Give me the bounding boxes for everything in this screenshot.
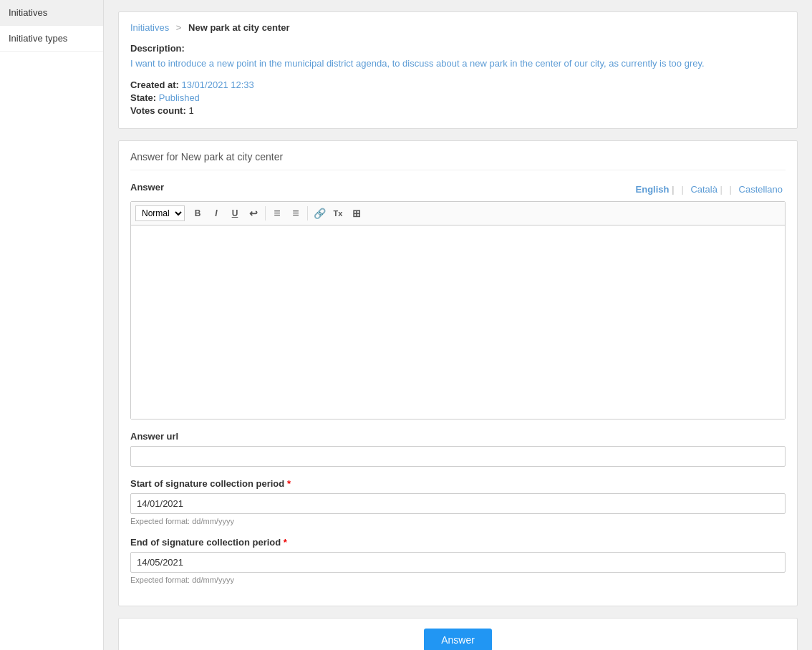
- table-button[interactable]: ⊞: [348, 205, 365, 222]
- answer-url-input[interactable]: [130, 446, 786, 467]
- editor-body[interactable]: [131, 225, 785, 419]
- answer-for-title: Answer for New park at city center: [130, 151, 786, 170]
- start-period-input[interactable]: [130, 493, 786, 514]
- code-button[interactable]: Tx: [329, 205, 347, 222]
- created-at-row: Created at: 13/01/2021 12:33: [130, 79, 786, 90]
- editor-toolbar: Normal B I U ↩ ≡ ≡ 🔗 Tx ⊞: [131, 202, 785, 225]
- start-period-label: Start of signature collection period *: [130, 478, 786, 489]
- description-text: I want to introduce a new point in the m…: [130, 57, 786, 71]
- breadcrumb-parent-link[interactable]: Initiatives: [130, 22, 169, 33]
- lang-tab-castellano[interactable]: Castellano: [736, 184, 786, 195]
- language-tabs: English | Català | Castellano: [633, 184, 786, 195]
- sidebar-item-initiative-types[interactable]: Initiative types: [0, 26, 103, 52]
- votes-count-row: Votes count: 1: [130, 105, 786, 116]
- format-select[interactable]: Normal: [135, 205, 185, 221]
- start-period-required: *: [287, 478, 291, 489]
- ordered-list-button[interactable]: ≡: [287, 205, 304, 222]
- state-value: Published: [159, 92, 200, 103]
- italic-button[interactable]: I: [208, 205, 225, 222]
- toolbar-divider-2: [307, 206, 308, 220]
- toolbar-divider-1: [265, 206, 266, 220]
- sidebar-item-initiatives[interactable]: Initiatives: [0, 0, 103, 26]
- breadcrumb-current: New park at city center: [188, 22, 290, 33]
- description-label: Description:: [130, 43, 786, 54]
- answer-field-group: Answer English | Català | Castellano Nor…: [130, 182, 786, 419]
- lang-tab-catala[interactable]: Català: [687, 184, 728, 195]
- start-period-format: Expected format: dd/mm/yyyy: [130, 517, 786, 525]
- unordered-list-button[interactable]: ≡: [269, 205, 286, 222]
- start-period-group: Start of signature collection period * E…: [130, 478, 786, 525]
- answer-section: Answer for New park at city center Answe…: [118, 140, 798, 606]
- bold-button[interactable]: B: [189, 205, 206, 222]
- breadcrumb-separator: >: [176, 22, 182, 33]
- answer-submit-button[interactable]: Answer: [424, 629, 492, 651]
- insert-link-button[interactable]: 🔗: [311, 205, 328, 222]
- end-period-group: End of signature collection period * Exp…: [130, 537, 786, 584]
- breadcrumb: Initiatives > New park at city center: [130, 22, 786, 33]
- answer-url-label: Answer url: [130, 431, 786, 442]
- end-period-label: End of signature collection period *: [130, 537, 786, 548]
- state-row: State: Published: [130, 92, 786, 103]
- end-period-format: Expected format: dd/mm/yyyy: [130, 576, 786, 584]
- votes-count-value: 1: [188, 105, 193, 116]
- answer-header: Answer English | Català | Castellano: [130, 182, 786, 197]
- footer-section: Answer: [118, 618, 798, 651]
- answer-url-group: Answer url: [130, 431, 786, 467]
- detail-card: Initiatives > New park at city center De…: [118, 11, 798, 129]
- answer-field-label: Answer: [130, 182, 164, 193]
- lang-tab-english[interactable]: English: [633, 184, 680, 195]
- sidebar: Initiatives Initiative types: [0, 0, 104, 650]
- end-period-required: *: [284, 537, 287, 548]
- rich-text-editor: Normal B I U ↩ ≡ ≡ 🔗 Tx ⊞: [130, 201, 786, 419]
- created-at-value: 13/01/2021 12:33: [182, 79, 254, 90]
- main-content: Initiatives > New park at city center De…: [104, 0, 812, 650]
- undo-button[interactable]: ↩: [245, 205, 262, 222]
- underline-button[interactable]: U: [226, 205, 243, 222]
- end-period-input[interactable]: [130, 552, 786, 573]
